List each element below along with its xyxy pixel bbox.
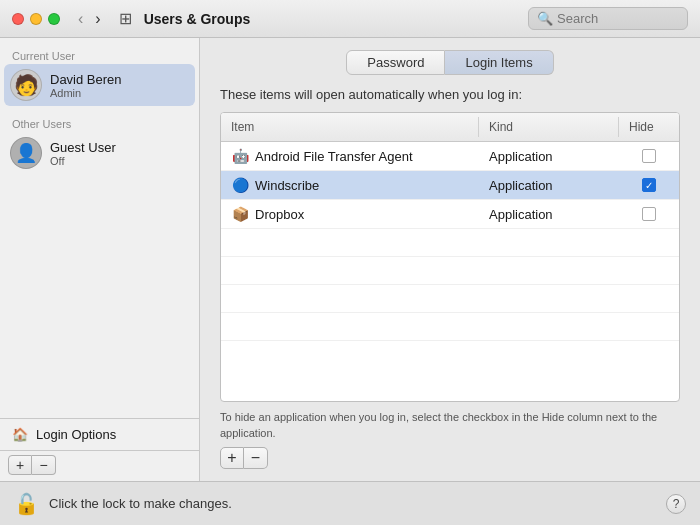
current-user-avatar: 🧑: [10, 69, 42, 101]
row-1-name: Android File Transfer Agent: [255, 149, 413, 164]
login-options-label: Login Options: [36, 427, 116, 442]
add-item-button[interactable]: +: [220, 447, 244, 469]
current-user-role: Admin: [50, 87, 122, 99]
guest-user-status: Off: [50, 155, 116, 167]
table-controls: + −: [220, 447, 680, 469]
table-header: Item Kind Hide: [221, 113, 679, 142]
tab-password[interactable]: Password: [346, 50, 445, 75]
sidebar-bottom: 🏠 Login Options + −: [0, 418, 199, 481]
help-button[interactable]: ?: [666, 494, 686, 514]
items-table: Item Kind Hide 🤖 Android File Transfer A…: [220, 112, 680, 402]
grid-icon: ⊞: [119, 9, 132, 28]
table-row-empty: [221, 285, 679, 313]
current-user-name: David Beren: [50, 72, 122, 87]
android-icon: 🤖: [231, 147, 249, 165]
lock-text: Click the lock to make changes.: [49, 496, 232, 511]
table-row-empty: [221, 313, 679, 341]
row-2-hide: ✓: [619, 173, 679, 197]
login-options-item[interactable]: 🏠 Login Options: [0, 419, 199, 450]
row-1-kind: Application: [479, 144, 619, 169]
row-2-checkbox[interactable]: ✓: [642, 178, 656, 192]
current-user-info: David Beren Admin: [50, 72, 122, 99]
main-area: Current User 🧑 David Beren Admin Other U…: [0, 38, 700, 481]
row-1-item: 🤖 Android File Transfer Agent: [221, 142, 479, 170]
content-area: Password Login Items These items will op…: [200, 38, 700, 481]
add-user-button[interactable]: +: [8, 455, 32, 475]
nav-buttons: ‹ ›: [74, 11, 105, 27]
col-hide: Hide: [619, 117, 679, 137]
windscribe-icon: 🔵: [231, 176, 249, 194]
bottom-bar: 🔓 Click the lock to make changes. ?: [0, 481, 700, 525]
close-button[interactable]: [12, 13, 24, 25]
row-3-kind: Application: [479, 202, 619, 227]
table-row[interactable]: 🔵 Windscribe Application ✓: [221, 171, 679, 200]
row-3-name: Dropbox: [255, 207, 304, 222]
maximize-button[interactable]: [48, 13, 60, 25]
content-description: These items will open automatically when…: [220, 87, 680, 102]
house-icon: 🏠: [12, 427, 28, 442]
sidebar: Current User 🧑 David Beren Admin Other U…: [0, 38, 200, 481]
remove-user-button[interactable]: −: [32, 455, 56, 475]
back-button[interactable]: ‹: [74, 11, 87, 27]
col-kind: Kind: [479, 117, 619, 137]
row-3-checkbox[interactable]: [642, 207, 656, 221]
lock-icon[interactable]: 🔓: [14, 492, 39, 516]
traffic-lights: [12, 13, 60, 25]
forward-button[interactable]: ›: [91, 11, 104, 27]
guest-user-avatar: 👤: [10, 137, 42, 169]
table-row-empty: [221, 257, 679, 285]
remove-item-button[interactable]: −: [244, 447, 268, 469]
row-3-item: 📦 Dropbox: [221, 200, 479, 228]
minimize-button[interactable]: [30, 13, 42, 25]
tab-bar: Password Login Items: [220, 50, 680, 75]
guest-user-name: Guest User: [50, 140, 116, 155]
row-2-item: 🔵 Windscribe: [221, 171, 479, 199]
search-input[interactable]: [557, 11, 677, 26]
search-icon: 🔍: [537, 11, 553, 26]
search-box[interactable]: 🔍: [528, 7, 688, 30]
current-user-label: Current User: [0, 46, 199, 64]
current-user-item[interactable]: 🧑 David Beren Admin: [4, 64, 195, 106]
table-row-empty: [221, 229, 679, 257]
footer-note: To hide an application when you log in, …: [220, 410, 680, 441]
row-2-kind: Application: [479, 173, 619, 198]
other-users-label: Other Users: [0, 114, 199, 132]
table-row[interactable]: 🤖 Android File Transfer Agent Applicatio…: [221, 142, 679, 171]
dropbox-icon: 📦: [231, 205, 249, 223]
table-row[interactable]: 📦 Dropbox Application: [221, 200, 679, 229]
window-title: Users & Groups: [144, 11, 520, 27]
row-1-checkbox[interactable]: [642, 149, 656, 163]
tab-login-items[interactable]: Login Items: [445, 50, 553, 75]
titlebar: ‹ › ⊞ Users & Groups 🔍: [0, 0, 700, 38]
row-3-hide: [619, 202, 679, 226]
row-1-hide: [619, 144, 679, 168]
guest-user-info: Guest User Off: [50, 140, 116, 167]
col-item: Item: [221, 117, 479, 137]
table-body: 🤖 Android File Transfer Agent Applicatio…: [221, 142, 679, 401]
row-2-name: Windscribe: [255, 178, 319, 193]
guest-user-item[interactable]: 👤 Guest User Off: [0, 132, 199, 174]
sidebar-controls: + −: [0, 450, 199, 481]
